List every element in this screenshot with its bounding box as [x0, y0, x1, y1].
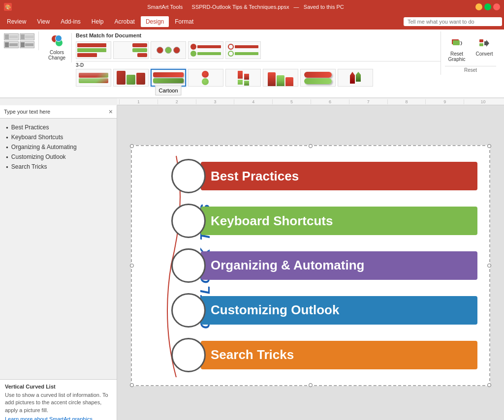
gallery-item-3[interactable]: [151, 41, 186, 59]
convert-label: Convert: [475, 51, 493, 57]
gallery-item-5[interactable]: [225, 41, 261, 59]
app-icon: 🎨: [4, 3, 12, 11]
menu-acrobat[interactable]: Acrobat: [110, 16, 140, 27]
title-bar-text: SmartArt Tools SSPRD-Outlook Tips & Tech…: [16, 4, 475, 10]
svg-rect-3: [479, 39, 483, 42]
svg-rect-2: [453, 40, 460, 45]
item-label-5: Search Tricks: [11, 163, 47, 170]
gallery-item-1[interactable]: [76, 41, 111, 59]
smartart-bar-5[interactable]: Search Tricks: [201, 341, 477, 369]
bullet-5: ●: [6, 165, 8, 169]
handle-ml[interactable]: [130, 264, 134, 268]
text-pane-footer: Vertical Curved List Use to show a curve…: [0, 379, 117, 420]
menu-addins[interactable]: Add-ins: [56, 16, 86, 27]
smartart-bar-label-2: Keyboard Shortcuts: [211, 213, 333, 229]
change-colors-label: ColorsChange: [48, 50, 65, 60]
text-pane-item-2[interactable]: ● Keyboard Shortcuts: [6, 132, 111, 142]
content-area: Type your text here × ● Best Practices ●…: [0, 105, 504, 420]
text-pane-close-button[interactable]: ×: [109, 108, 113, 115]
item-label-4: Customizing Outlook: [11, 153, 66, 160]
handle-tl[interactable]: [130, 144, 134, 148]
convert-icon: [476, 35, 492, 51]
canvas-area[interactable]: OUTLOOK TIPS Best Practices Keyboard Sho…: [117, 105, 504, 420]
text-pane-header: Type your text here ×: [0, 105, 117, 119]
ribbon-gallery: ColorsChange Best Match for Document: [0, 30, 504, 98]
smartart-bar-1[interactable]: Best Practices: [201, 162, 477, 190]
reset-icon: [449, 35, 465, 51]
gallery-3d-item-8[interactable]: [338, 69, 373, 87]
menu-view[interactable]: View: [32, 16, 55, 27]
gallery-3d-item-4[interactable]: [188, 69, 223, 87]
layouts-icon: [4, 33, 34, 48]
gallery-main: Best Match for Document: [76, 31, 441, 89]
minimize-button[interactable]: [475, 3, 482, 10]
smartart-row-4[interactable]: Customizing Outlook: [171, 290, 477, 330]
text-pane-item-5[interactable]: ● Search Tricks: [6, 162, 111, 172]
handle-br[interactable]: [487, 383, 491, 387]
item-label-1: Best Practices: [11, 124, 49, 131]
bullet-1: ●: [6, 125, 8, 130]
best-match-row: [76, 41, 441, 59]
gallery-3d-item-6[interactable]: [263, 69, 298, 87]
bullet-3: ●: [6, 145, 8, 150]
text-pane-title: Type your text here: [4, 109, 50, 115]
convert-button[interactable]: Convert: [472, 33, 496, 64]
circle-node-4[interactable]: [171, 293, 206, 328]
gallery-item-4[interactable]: [188, 41, 223, 59]
smartart-row-5[interactable]: Search Tricks: [171, 335, 477, 375]
gallery-item-2[interactable]: [113, 41, 149, 59]
bullet-4: ●: [6, 155, 8, 159]
change-colors-button[interactable]: ColorsChange: [44, 32, 72, 63]
window-controls: [475, 3, 500, 10]
svg-rect-4: [479, 43, 483, 46]
handle-bc[interactable]: [309, 383, 313, 387]
smartart-container[interactable]: OUTLOOK TIPS Best Practices Keyboard Sho…: [131, 145, 490, 386]
3d-section-label: 3-D: [76, 61, 441, 69]
menu-help[interactable]: Help: [87, 16, 109, 27]
menu-design[interactable]: Design: [141, 16, 169, 27]
smartart-bar-2[interactable]: Keyboard Shortcuts: [201, 207, 477, 235]
search-input[interactable]: [404, 17, 502, 26]
smartart-row-1[interactable]: Best Practices: [171, 156, 477, 196]
circle-node-3[interactable]: [171, 248, 206, 283]
menu-review[interactable]: Review: [2, 16, 31, 27]
circle-node-2[interactable]: [171, 204, 206, 238]
item-label-3: Organizing & Automating: [11, 144, 77, 150]
smartart-bar-label-4: Customizing Outlook: [211, 302, 339, 318]
gallery-3d-item-1[interactable]: [76, 69, 111, 87]
gallery-3d-item-5[interactable]: [225, 69, 261, 87]
tooltip-cartoon: Cartoon: [155, 86, 181, 95]
3d-row: Cartoon: [76, 69, 441, 87]
gallery-3d-item-7[interactable]: [300, 69, 336, 87]
footer-desc: Use to show a curved list of information…: [5, 391, 112, 414]
text-pane-body: ● Best Practices ● Keyboard Shortcuts ● …: [0, 119, 117, 379]
handle-mr[interactable]: [487, 264, 491, 268]
circle-node-1[interactable]: [171, 159, 206, 193]
bullet-2: ●: [6, 135, 8, 140]
handle-bl[interactable]: [130, 383, 134, 387]
gallery-3d-item-3[interactable]: Cartoon: [151, 69, 186, 87]
menu-format[interactable]: Format: [170, 16, 198, 27]
text-pane-item-3[interactable]: ● Organizing & Automating: [6, 142, 111, 152]
text-pane-item-4[interactable]: ● Customizing Outlook: [6, 152, 111, 162]
smartart-bar-label-5: Search Tricks: [211, 347, 294, 362]
smartart-bar-3[interactable]: Organizing & Automating: [201, 251, 477, 280]
handle-tr[interactable]: [487, 144, 491, 148]
smartart-bar-label-1: Best Practices: [211, 169, 299, 184]
gallery-3d-item-2[interactable]: [113, 69, 149, 87]
text-pane-item-1[interactable]: ● Best Practices: [6, 122, 111, 132]
circle-node-5[interactable]: [171, 338, 206, 372]
item-label-2: Keyboard Shortcuts: [11, 134, 63, 141]
maximize-button[interactable]: [484, 3, 491, 10]
gallery-label: Best Match for Document: [76, 31, 441, 39]
smartart-row-2[interactable]: Keyboard Shortcuts: [171, 201, 477, 241]
reset-section-label: Reset: [445, 66, 496, 73]
footer-link[interactable]: Learn more about SmartArt graphics: [5, 416, 93, 420]
menu-bar: Review View Add-ins Help Acrobat Design …: [0, 14, 504, 30]
smartart-bar-4[interactable]: Customizing Outlook: [201, 296, 477, 325]
close-button[interactable]: [493, 3, 500, 10]
smartart-row-3[interactable]: Organizing & Automating: [171, 245, 477, 286]
handle-tc[interactable]: [309, 144, 313, 148]
reset-graphic-button[interactable]: ResetGraphic: [445, 33, 469, 64]
text-pane: Type your text here × ● Best Practices ●…: [0, 105, 117, 420]
